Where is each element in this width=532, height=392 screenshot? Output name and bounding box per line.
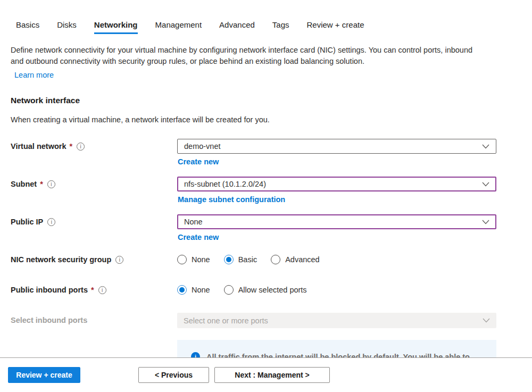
- chevron-down-icon: [482, 220, 489, 224]
- networking-description: Define network connectivity for your vir…: [11, 45, 481, 67]
- tab-advanced[interactable]: Advanced: [219, 20, 255, 34]
- virtual-network-dropdown[interactable]: demo-vnet: [177, 139, 496, 154]
- tab-disks[interactable]: Disks: [57, 20, 77, 34]
- tab-basics[interactable]: Basics: [16, 20, 39, 34]
- info-icon[interactable]: i: [47, 218, 55, 226]
- create-new-vnet-link[interactable]: Create new: [178, 157, 219, 166]
- subnet-value: nfs-subnet (10.1.2.0/24): [184, 180, 266, 188]
- required-asterisk: *: [40, 180, 43, 188]
- select-inbound-ports-row: Select inbound ports Select one or more …: [11, 313, 496, 328]
- public-ip-value: None: [184, 218, 203, 226]
- nic-nsg-option-none[interactable]: None: [177, 255, 210, 264]
- inbound-ports-option-allow-selected[interactable]: Allow selected ports: [224, 285, 307, 295]
- select-inbound-ports-placeholder: Select one or more ports: [184, 316, 268, 325]
- nic-nsg-option-basic[interactable]: Basic: [224, 255, 257, 264]
- nic-nsg-row: NIC network security group i None Basic …: [11, 252, 496, 267]
- subnet-label: Subnet * i: [11, 177, 177, 191]
- chevron-down-icon: [483, 318, 490, 323]
- virtual-network-label: Virtual network * i: [11, 139, 177, 154]
- wizard-tab-strip: Basics Disks Networking Management Advan…: [0, 0, 532, 34]
- select-inbound-ports-dropdown: Select one or more ports: [177, 313, 496, 328]
- required-asterisk: *: [69, 142, 72, 151]
- public-inbound-ports-radio-group: None Allow selected ports: [177, 282, 496, 297]
- tab-networking[interactable]: Networking: [94, 20, 138, 34]
- create-new-public-ip-link[interactable]: Create new: [178, 233, 219, 241]
- radio-unselected-icon[interactable]: [271, 255, 280, 264]
- info-icon[interactable]: i: [47, 180, 55, 188]
- nic-nsg-radio-group: None Basic Advanced: [177, 252, 496, 267]
- radio-unselected-icon[interactable]: [177, 255, 187, 264]
- nic-nsg-option-advanced[interactable]: Advanced: [271, 255, 320, 264]
- chevron-down-icon: [482, 144, 489, 149]
- info-icon[interactable]: i: [77, 143, 85, 151]
- info-icon[interactable]: i: [98, 286, 106, 294]
- public-inbound-ports-row: Public inbound ports * i None Allow sele…: [11, 282, 496, 297]
- public-ip-label: Public IP i: [11, 214, 177, 229]
- review-create-button[interactable]: Review + create: [8, 367, 80, 383]
- select-inbound-ports-label: Select inbound ports: [11, 313, 177, 328]
- network-interface-form: Virtual network * i demo-vnet Create new…: [11, 139, 496, 361]
- manage-subnet-configuration-link[interactable]: Manage subnet configuration: [178, 195, 285, 204]
- tab-management[interactable]: Management: [155, 20, 202, 34]
- section-title-network-interface: Network interface: [11, 96, 496, 105]
- next-management-button[interactable]: Next : Management >: [214, 367, 330, 383]
- public-inbound-ports-label: Public inbound ports * i: [11, 282, 177, 297]
- radio-selected-icon[interactable]: [177, 285, 187, 295]
- info-icon[interactable]: i: [115, 256, 123, 264]
- public-ip-dropdown[interactable]: None: [177, 214, 496, 229]
- virtual-network-value: demo-vnet: [184, 142, 221, 151]
- chevron-down-icon: [482, 182, 489, 187]
- nic-nsg-label: NIC network security group i: [11, 252, 177, 267]
- radio-selected-icon[interactable]: [224, 255, 234, 264]
- public-ip-row: Public IP i None Create new: [11, 214, 496, 242]
- tab-review-create[interactable]: Review + create: [307, 20, 364, 34]
- radio-unselected-icon[interactable]: [224, 285, 234, 295]
- virtual-network-row: Virtual network * i demo-vnet Create new: [11, 139, 496, 166]
- subnet-dropdown[interactable]: nfs-subnet (10.1.2.0/24): [177, 177, 496, 191]
- inbound-ports-option-none[interactable]: None: [177, 285, 210, 295]
- required-asterisk: *: [91, 286, 94, 294]
- previous-button[interactable]: < Previous: [138, 367, 209, 383]
- tab-tags[interactable]: Tags: [272, 20, 289, 34]
- wizard-footer: Review + create < Previous Next : Manage…: [0, 357, 532, 392]
- section-subtitle: When creating a virtual machine, a netwo…: [11, 115, 496, 124]
- networking-tab-content: Define network connectivity for your vir…: [0, 34, 532, 361]
- learn-more-link[interactable]: Learn more: [14, 71, 54, 79]
- subnet-row: Subnet * i nfs-subnet (10.1.2.0/24) Mana…: [11, 177, 496, 204]
